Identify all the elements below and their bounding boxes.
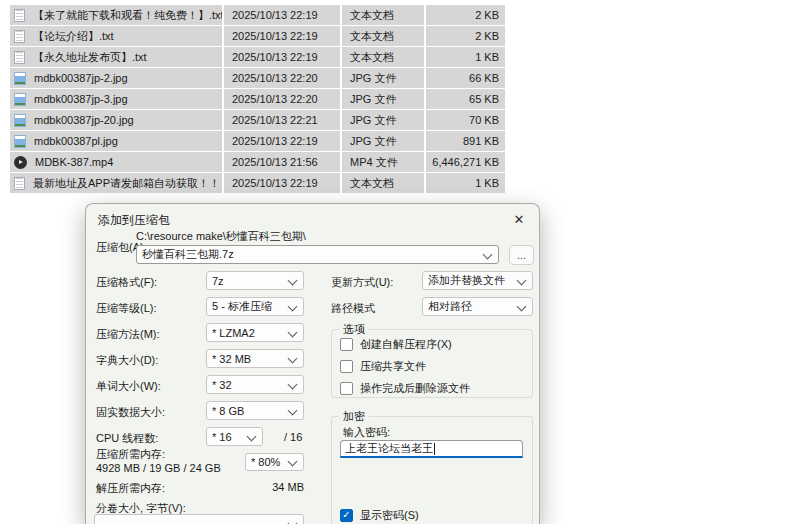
file-name-label: 【来了就能下载和观看！纯免费！】.txt (33, 8, 222, 23)
file-row[interactable]: mdbk00387jp-3.jpg 2025/10/13 22:20 JPG 文… (10, 89, 505, 109)
level-select[interactable]: 5 - 标准压缩 (206, 297, 304, 316)
cpu-threads-label: CPU 线程数: (96, 431, 158, 446)
chevron-down-icon[interactable] (288, 276, 298, 286)
close-icon[interactable]: ✕ (509, 210, 529, 229)
shared-files-checkbox[interactable] (340, 360, 353, 373)
encryption-group-title: 加密 (339, 409, 369, 424)
chevron-down-icon[interactable] (288, 380, 298, 390)
archive-dir-path: C:\resource make\秒懂百科三包期\ (136, 229, 306, 244)
dictionary-select[interactable]: * 32 MB (206, 349, 304, 368)
file-name-cell[interactable]: mdbk00387pl.jpg (10, 131, 222, 151)
file-name-cell[interactable]: 【论坛介绍】.txt (10, 26, 222, 46)
dictionary-label: 字典大小(D): (96, 353, 158, 368)
compress-memory-label: 压缩所需内存: (96, 447, 165, 462)
file-type-icon (14, 30, 25, 43)
archive-file-name: 秒懂百科三包期.7z (142, 247, 234, 262)
file-date-cell: 2025/10/13 22:19 (224, 47, 340, 67)
delete-source-option-row[interactable]: 操作完成后删除源文件 (340, 380, 470, 396)
file-name-label: 最新地址及APP请发邮箱自动获取！！！.txt (33, 176, 222, 191)
file-name-cell[interactable]: 最新地址及APP请发邮箱自动获取！！！.txt (10, 173, 222, 193)
file-type-icon (14, 51, 25, 64)
file-row[interactable]: 最新地址及APP请发邮箱自动获取！！！.txt 2025/10/13 22:19… (10, 173, 505, 193)
volume-size-combobox[interactable] (94, 514, 304, 524)
file-size-cell: 66 KB (426, 68, 505, 88)
path-mode-label: 路径模式 (331, 301, 375, 316)
file-type-icon (14, 114, 26, 127)
chevron-down-icon[interactable] (288, 519, 298, 524)
file-kind-cell: 文本文档 (342, 173, 424, 193)
file-size-cell: 2 KB (426, 26, 505, 46)
file-row[interactable]: mdbk00387jp-2.jpg 2025/10/13 22:20 JPG 文… (10, 68, 505, 88)
file-row[interactable]: 【论坛介绍】.txt 2025/10/13 22:19 文本文档 2 KB (10, 26, 505, 46)
file-type-icon (14, 93, 26, 106)
show-password-checkbox[interactable]: ✓ (340, 509, 353, 522)
file-name-cell[interactable]: 【永久地址发布页】.txt (10, 47, 222, 67)
compress-memory-select[interactable]: * 80% (245, 453, 304, 471)
delete-source-checkbox[interactable] (340, 382, 353, 395)
file-row[interactable]: 【永久地址发布页】.txt 2025/10/13 22:19 文本文档 1 KB (10, 47, 505, 67)
sfx-checkbox[interactable] (340, 338, 353, 351)
chevron-down-icon[interactable] (288, 354, 298, 364)
file-row[interactable]: mdbk00387jp-20.jpg 2025/10/13 22:21 JPG … (10, 110, 505, 130)
file-type-icon (14, 156, 27, 169)
solid-block-select[interactable]: * 8 GB (206, 401, 304, 420)
file-size-cell: 1 KB (426, 173, 505, 193)
update-mode-label: 更新方式(U): (331, 275, 393, 290)
file-size-cell: 70 KB (426, 110, 505, 130)
word-size-select[interactable]: * 32 (206, 375, 304, 394)
chevron-down-icon[interactable] (517, 276, 527, 286)
browse-button[interactable]: ... (509, 245, 534, 265)
chevron-down-icon[interactable] (483, 250, 493, 260)
file-name-label: 【永久地址发布页】.txt (33, 50, 147, 65)
file-name-cell[interactable]: mdbk00387jp-2.jpg (10, 68, 222, 88)
text-cursor (434, 443, 435, 455)
file-kind-cell: 文本文档 (342, 47, 424, 67)
show-password-row[interactable]: ✓ 显示密码(S) (340, 507, 419, 523)
file-name-label: mdbk00387jp-20.jpg (34, 114, 134, 126)
encryption-group: 加密 输入密码: 上老王论坛当老王 ✓ 显示密码(S) (331, 416, 533, 524)
file-kind-cell: JPG 文件 (342, 131, 424, 151)
file-date-cell: 2025/10/13 22:19 (224, 173, 340, 193)
file-name-cell[interactable]: 【来了就能下载和观看！纯免费！】.txt (10, 5, 222, 25)
file-row[interactable]: MDBK-387.mp4 2025/10/13 21:56 MP4 文件 6,4… (10, 152, 505, 172)
cpu-threads-max: / 16 (284, 431, 302, 443)
file-type-icon (14, 177, 25, 190)
shared-files-option-row[interactable]: 压缩共享文件 (340, 358, 426, 374)
file-size-cell: 891 KB (426, 131, 505, 151)
file-date-cell: 2025/10/13 22:21 (224, 110, 340, 130)
file-type-icon (14, 72, 26, 85)
add-to-archive-dialog: 添加到压缩包 ✕ 压缩包(A): C:\resource make\秒懂百科三包… (85, 203, 540, 524)
chevron-down-icon[interactable] (517, 302, 527, 312)
cpu-threads-select[interactable]: * 16 (206, 427, 263, 446)
file-name-cell[interactable]: MDBK-387.mp4 (10, 152, 222, 172)
file-type-icon (14, 9, 25, 22)
password-input[interactable]: 上老王论坛当老王 (340, 440, 523, 458)
file-kind-cell: JPG 文件 (342, 89, 424, 109)
file-size-cell: 6,446,271 KB (426, 152, 505, 172)
level-label: 压缩等级(L): (96, 301, 157, 316)
chevron-down-icon[interactable] (288, 302, 298, 312)
file-row[interactable]: 【来了就能下载和观看！纯免费！】.txt 2025/10/13 22:19 文本… (10, 5, 505, 25)
file-name-cell[interactable]: mdbk00387jp-20.jpg (10, 110, 222, 130)
chevron-down-icon[interactable] (288, 406, 298, 416)
sfx-option-row[interactable]: 创建自解压程序(X) (340, 336, 452, 352)
update-mode-select[interactable]: 添加并替换文件 (422, 271, 533, 290)
file-kind-cell: 文本文档 (342, 5, 424, 25)
chevron-down-icon[interactable] (247, 432, 257, 442)
solid-block-label: 固实数据大小: (96, 405, 165, 420)
file-name-cell[interactable]: mdbk00387jp-3.jpg (10, 89, 222, 109)
decompress-memory-label: 解压所需内存: (96, 481, 165, 496)
chevron-down-icon[interactable] (288, 457, 298, 467)
file-name-label: 【论坛介绍】.txt (33, 29, 114, 44)
chevron-down-icon[interactable] (288, 328, 298, 338)
method-select[interactable]: * LZMA2 (206, 323, 304, 342)
path-mode-select[interactable]: 相对路径 (422, 297, 533, 316)
format-select[interactable]: 7z (206, 271, 304, 290)
options-group-title: 选项 (339, 322, 369, 337)
file-date-cell: 2025/10/13 22:20 (224, 68, 340, 88)
file-name-label: mdbk00387jp-3.jpg (34, 93, 128, 105)
file-kind-cell: 文本文档 (342, 26, 424, 46)
file-size-cell: 2 KB (426, 5, 505, 25)
file-row[interactable]: mdbk00387pl.jpg 2025/10/13 22:19 JPG 文件 … (10, 131, 505, 151)
archive-name-combobox[interactable]: 秒懂百科三包期.7z (136, 245, 499, 264)
